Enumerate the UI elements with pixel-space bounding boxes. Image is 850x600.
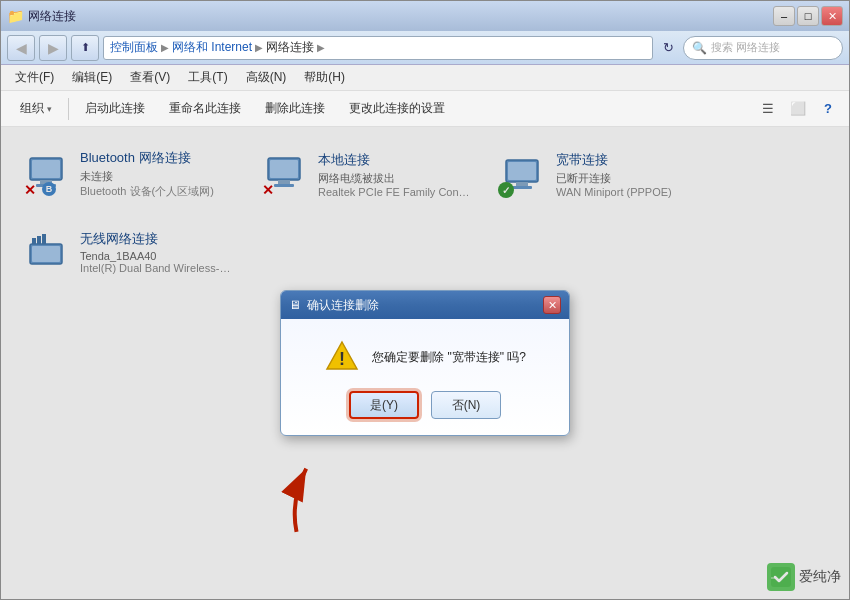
organize-arrow: ▾ [47,104,52,114]
maximize-button[interactable]: □ [797,6,819,26]
menu-bar: 文件(F) 编辑(E) 查看(V) 工具(T) 高级(N) 帮助(H) [1,65,849,91]
delete-connection-button[interactable]: 删除此连接 [254,95,336,123]
main-content: B ✕ Bluetooth 网络连接 未连接 Bluetooth 设备(个人区域… [1,127,849,599]
breadcrumb-item-2[interactable]: 网络和 Internet [172,39,252,56]
start-connection-button[interactable]: 启动此连接 [74,95,156,123]
breadcrumb-arrow-1: ▶ [161,42,169,53]
dialog-body: ! 您确定要删除 "宽带连接" 吗? 是(Y) 否(N) [281,319,569,435]
rename-connection-label: 重命名此连接 [169,100,241,117]
confirm-yes-button[interactable]: 是(Y) [349,391,419,419]
dialog-message: 您确定要删除 "宽带连接" 吗? [372,348,526,366]
menu-advanced[interactable]: 高级(N) [238,67,295,88]
close-button[interactable]: ✕ [821,6,843,26]
breadcrumb-item-3[interactable]: 网络连接 [266,39,314,56]
window-icon: 📁 [7,8,24,24]
forward-button[interactable]: ▶ [39,35,67,61]
toolbar-separator-1 [68,98,69,120]
toolbar: 组织 ▾ 启动此连接 重命名此连接 删除此连接 更改此连接的设置 ☰ ⬜ ? [1,91,849,127]
breadcrumb-item-1[interactable]: 控制面板 [110,39,158,56]
title-bar: 📁 网络连接 – □ ✕ [1,1,849,31]
confirm-delete-dialog: 🖥 确认连接删除 ✕ ! 您确定要删除 "宽带连接" 吗? [280,290,570,436]
menu-file[interactable]: 文件(F) [7,67,62,88]
breadcrumb[interactable]: 控制面板 ▶ 网络和 Internet ▶ 网络连接 ▶ [103,36,653,60]
dialog-title-bar: 🖥 确认连接删除 ✕ [281,291,569,319]
window-title: 网络连接 [28,8,76,25]
dialog-buttons: 是(Y) 否(N) [349,391,501,419]
change-settings-button[interactable]: 更改此连接的设置 [338,95,456,123]
dialog-overlay: 🖥 确认连接删除 ✕ ! 您确定要删除 "宽带连接" 吗? [1,127,849,599]
start-connection-label: 启动此连接 [85,100,145,117]
change-settings-label: 更改此连接的设置 [349,100,445,117]
dialog-title-text: 确认连接删除 [307,297,537,314]
view-toggle-button[interactable]: ☰ [755,96,781,122]
svg-text:!: ! [339,349,345,369]
nav-bar: ◀ ▶ ⬆ 控制面板 ▶ 网络和 Internet ▶ 网络连接 ▶ ↻ 🔍 搜… [1,31,849,65]
menu-view[interactable]: 查看(V) [122,67,178,88]
help-button[interactable]: ? [815,96,841,122]
search-icon: 🔍 [692,41,707,55]
organize-button[interactable]: 组织 ▾ [9,95,63,123]
search-placeholder: 搜索 网络连接 [711,40,780,55]
title-bar-content: 📁 网络连接 [7,8,769,25]
menu-help[interactable]: 帮助(H) [296,67,353,88]
up-button[interactable]: ⬆ [71,35,99,61]
preview-button[interactable]: ⬜ [785,96,811,122]
toolbar-right: ☰ ⬜ ? [755,96,841,122]
search-bar[interactable]: 🔍 搜索 网络连接 [683,36,843,60]
breadcrumb-arrow-3: ▶ [317,42,325,53]
dialog-close-button[interactable]: ✕ [543,296,561,314]
dialog-content-row: ! 您确定要删除 "宽带连接" 吗? [324,339,526,375]
title-bar-buttons: – □ ✕ [773,6,843,26]
minimize-button[interactable]: – [773,6,795,26]
dialog-icon: 🖥 [289,298,301,312]
menu-edit[interactable]: 编辑(E) [64,67,120,88]
rename-connection-button[interactable]: 重命名此连接 [158,95,252,123]
back-button[interactable]: ◀ [7,35,35,61]
menu-tools[interactable]: 工具(T) [180,67,235,88]
warning-icon: ! [324,339,360,375]
breadcrumb-arrow-2: ▶ [255,42,263,53]
organize-label: 组织 [20,100,44,117]
confirm-no-button[interactable]: 否(N) [431,391,501,419]
delete-connection-label: 删除此连接 [265,100,325,117]
refresh-button[interactable]: ↻ [657,37,679,59]
main-window: 📁 网络连接 – □ ✕ ◀ ▶ ⬆ 控制面板 ▶ 网络和 Internet ▶… [0,0,850,600]
